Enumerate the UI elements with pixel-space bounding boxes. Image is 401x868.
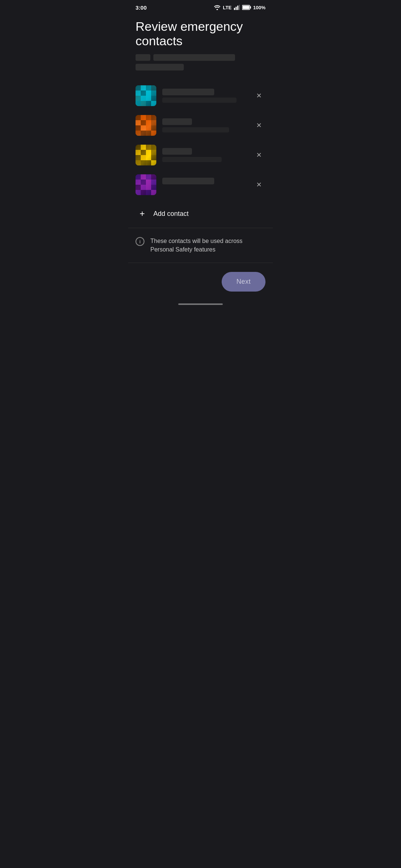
remove-contact-button[interactable]: ✕ <box>252 119 265 132</box>
home-indicator-bar <box>178 303 223 305</box>
contact-item: ✕ <box>136 170 265 200</box>
contact-info <box>162 118 246 132</box>
contact-detail-blur <box>162 157 222 162</box>
home-indicator <box>128 300 273 306</box>
svg-rect-4 <box>239 5 240 10</box>
battery-label: 100% <box>253 5 265 10</box>
status-bar: 3:00 LTE 100% <box>128 0 273 13</box>
status-icons: LTE 100% <box>214 5 265 10</box>
add-contact-button[interactable]: + Add contact <box>136 200 265 228</box>
svg-rect-6 <box>250 6 251 9</box>
next-button[interactable]: Next <box>222 272 265 292</box>
contact-info <box>162 178 246 192</box>
info-text: These contacts will be used across Perso… <box>150 237 265 254</box>
add-icon: + <box>136 207 149 220</box>
info-section: i These contacts will be used across Per… <box>128 228 273 263</box>
contact-detail-blur <box>162 98 237 103</box>
contact-name-blur <box>162 148 192 155</box>
add-contact-label: Add contact <box>153 210 189 218</box>
status-time: 3:00 <box>136 4 147 11</box>
page-title: Review emergency contacts <box>136 19 265 48</box>
bottom-bar: Next <box>128 263 273 300</box>
svg-rect-1 <box>234 8 235 10</box>
svg-rect-3 <box>237 6 238 10</box>
contact-name-blur <box>162 178 214 184</box>
contacts-list: ✕ ✕ <box>136 81 265 200</box>
contact-avatar <box>136 174 156 195</box>
info-icon: i <box>136 237 144 246</box>
contact-avatar <box>136 85 156 106</box>
contact-avatar <box>136 145 156 165</box>
contact-info <box>162 89 246 103</box>
contact-name-blur <box>162 118 192 125</box>
remove-contact-button[interactable]: ✕ <box>252 178 265 191</box>
svg-rect-7 <box>242 6 249 9</box>
wifi-icon <box>214 5 221 10</box>
contact-item: ✕ <box>136 140 265 170</box>
contact-avatar <box>136 115 156 136</box>
contact-name-blur <box>162 89 214 95</box>
signal-icon <box>234 5 240 10</box>
svg-rect-2 <box>235 7 237 10</box>
lte-label: LTE <box>223 5 232 10</box>
contact-detail-blur <box>162 127 229 132</box>
contact-info <box>162 148 246 162</box>
svg-point-0 <box>216 9 218 10</box>
remove-contact-button[interactable]: ✕ <box>252 89 265 102</box>
contact-item: ✕ <box>136 111 265 140</box>
subtitle-placeholder <box>136 54 265 72</box>
main-content: Review emergency contacts <box>128 13 273 228</box>
battery-icon <box>242 5 251 10</box>
remove-contact-button[interactable]: ✕ <box>252 148 265 162</box>
contact-item: ✕ <box>136 81 265 111</box>
